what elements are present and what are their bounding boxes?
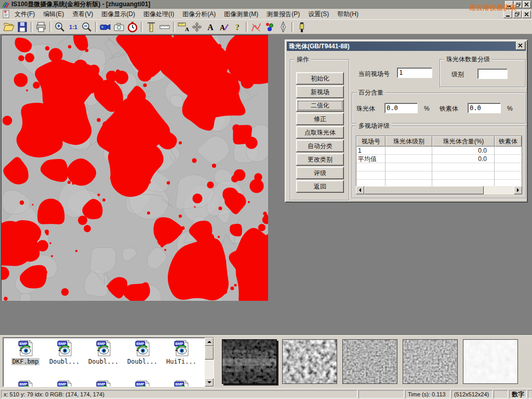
table-row[interactable]: 10.0 <box>356 147 522 155</box>
op-button-4[interactable]: 修正 <box>296 113 344 125</box>
file-item[interactable]: BMPDoubl... <box>45 340 84 365</box>
menu-item-1[interactable]: 文件(F) <box>10 9 39 19</box>
current-field-input[interactable] <box>397 68 432 78</box>
file-item[interactable]: BMPHuiTi... <box>162 340 201 365</box>
rating-table[interactable]: 视场号珠光体级别珠光体含量(%)铁素体 10.0平均值0.0 <box>356 136 522 187</box>
op-button-5[interactable]: 点取珠光体 <box>296 126 344 139</box>
mdi-close-button[interactable] <box>522 10 531 18</box>
scroll-right-button[interactable] <box>514 186 522 194</box>
toolbar-separator <box>291 22 294 32</box>
operations-group-label: 操作 <box>295 56 311 63</box>
bmp-file-icon: BMP <box>84 340 123 358</box>
styled-text-icon[interactable]: A <box>217 21 231 33</box>
file-item[interactable]: BMP <box>162 380 201 387</box>
print-icon[interactable] <box>34 21 48 33</box>
table-row[interactable]: 平均值0.0 <box>356 155 522 163</box>
dialog-close-button[interactable] <box>516 42 525 50</box>
table-cell <box>495 147 522 155</box>
ruler-horizontal-icon[interactable] <box>158 21 171 33</box>
video-camera-icon[interactable] <box>99 21 112 33</box>
menu-item-7[interactable]: 图像测量(M) <box>220 9 262 19</box>
file-item[interactable]: BMPDKF.bmp <box>6 340 45 365</box>
menu-item-3[interactable]: 查看(V) <box>68 9 97 19</box>
timer-icon[interactable] <box>126 21 139 33</box>
percent-sign: % <box>424 105 430 112</box>
scroll-up-button[interactable] <box>205 338 214 346</box>
column-header-2[interactable]: 珠光体级别 <box>385 136 432 147</box>
thumbnail-image[interactable] <box>342 339 397 384</box>
curve-tool-icon[interactable] <box>249 21 263 33</box>
column-header-1[interactable]: 视场号 <box>356 136 385 147</box>
menu-item-9[interactable]: 设置(S) <box>304 9 333 19</box>
column-header-3[interactable]: 珠光体含量(%) <box>432 136 495 147</box>
text-icon[interactable]: A <box>204 21 217 33</box>
thumbnail-image[interactable] <box>282 339 337 384</box>
op-button-8[interactable]: 评级 <box>296 167 344 179</box>
menu-item-8[interactable]: 测量报告(P) <box>262 9 304 19</box>
op-button-2[interactable]: 新视场 <box>296 86 344 98</box>
svg-text:BMP: BMP <box>97 382 105 386</box>
help-icon[interactable]: ? <box>231 21 244 33</box>
op-button-1[interactable]: 初始化 <box>296 72 344 85</box>
table-hscrollbar[interactable] <box>356 186 522 194</box>
pixel-info: x: 510 y: 79 idx: 0 RGB: (174, 174, 174) <box>1 390 357 398</box>
op-button-6[interactable]: 自动分类 <box>296 140 344 152</box>
file-item[interactable]: BMP <box>45 380 84 387</box>
dialog-title-bar[interactable]: 珠光体(GB/T9441-88) <box>287 42 526 51</box>
camera-icon[interactable] <box>112 21 126 33</box>
filelist-vscrollbar[interactable] <box>205 338 214 387</box>
column-header-4[interactable]: 铁素体 <box>495 136 522 147</box>
bmp-file-icon: BMP <box>45 340 84 358</box>
menu-item-2[interactable]: 编辑(E) <box>39 9 68 19</box>
ruler-text-icon[interactable]: A <box>177 21 190 33</box>
menu-item-5[interactable]: 图像处理(I) <box>139 9 178 19</box>
bmp-file-icon: BMP <box>162 380 201 387</box>
file-name: HuiTi... <box>165 358 197 365</box>
toolbar: 1:1AAA? <box>0 19 532 34</box>
pen-icon[interactable] <box>276 21 290 33</box>
file-item[interactable]: BMPDoubl... <box>123 340 162 365</box>
level-input[interactable] <box>477 69 508 79</box>
file-item[interactable]: BMP <box>84 380 123 387</box>
app-icon <box>2 1 9 8</box>
file-item[interactable]: BMP <box>123 380 162 387</box>
pearlite-percent-input[interactable] <box>384 103 418 113</box>
menu-item-10[interactable]: 帮助(H) <box>333 9 363 19</box>
thumbnail-image[interactable] <box>222 339 277 384</box>
scroll-track[interactable] <box>364 186 514 194</box>
zoom-in-icon[interactable] <box>53 21 66 33</box>
op-button-9[interactable]: 返回 <box>296 180 344 193</box>
thumbnail-image[interactable] <box>463 339 518 384</box>
color-dots-icon[interactable] <box>263 21 276 33</box>
scroll-thumb[interactable] <box>364 186 484 194</box>
status-image-size: (512x512x24) <box>451 390 493 398</box>
thumbnail-image[interactable] <box>403 339 458 384</box>
bmp-file-icon: BMP <box>123 380 162 387</box>
brush-icon[interactable] <box>295 21 309 33</box>
move-icon[interactable] <box>190 21 204 33</box>
table-gridline <box>385 147 385 186</box>
micrograph-image[interactable] <box>1 35 268 301</box>
svg-text:BMP: BMP <box>97 342 105 345</box>
scroll-thumb[interactable] <box>205 346 214 360</box>
ferrite-percent-input[interactable] <box>468 103 501 113</box>
bmp-file-icon: BMP <box>84 380 123 387</box>
file-name: Doubl... <box>87 358 119 365</box>
menu-item-4[interactable]: 图像显示(D) <box>97 9 139 19</box>
file-item[interactable]: BMPDoubl... <box>84 340 123 365</box>
file-item[interactable]: BMP <box>6 380 45 387</box>
ruler-vertical-icon[interactable] <box>144 21 158 33</box>
close-button[interactable] <box>523 1 531 8</box>
scroll-down-button[interactable] <box>205 378 214 387</box>
actual-size-icon[interactable]: 1:1 <box>66 21 80 33</box>
menu-item-6[interactable]: 图像分析(A) <box>178 9 220 19</box>
save-icon[interactable] <box>16 21 29 33</box>
open-folder-icon[interactable] <box>2 21 16 33</box>
bmp-file-icon: BMP <box>123 340 162 358</box>
op-button-7[interactable]: 更改类别 <box>296 153 344 166</box>
svg-text:A: A <box>185 26 189 32</box>
bmp-file-icon: BMP <box>45 380 84 387</box>
zoom-out-icon[interactable] <box>80 21 94 33</box>
op-button-3[interactable]: 二值化 <box>296 99 344 112</box>
scroll-left-button[interactable] <box>356 186 364 194</box>
